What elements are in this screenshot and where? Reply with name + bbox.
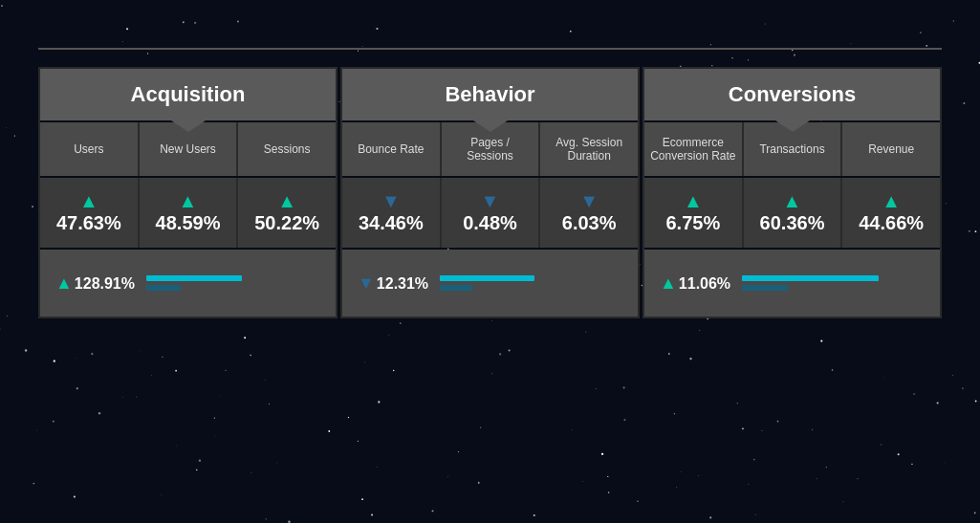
value-pct-conversions-2: 44.66% <box>859 212 924 234</box>
section-behavior: BehaviorBounce RatePages / SessionsAvg. … <box>340 67 640 318</box>
arrow-up-icon: ▲ <box>783 191 802 210</box>
arrow-down-icon: ▼ <box>481 191 500 210</box>
bar-container-conversions <box>742 275 925 291</box>
value-pct-behavior-2: 6.03% <box>562 212 617 234</box>
summary-row-behavior: ▼12.31% <box>342 250 638 316</box>
value-cell-acquisition-1: ▲48.59% <box>140 178 239 248</box>
value-pct-behavior-0: 34.46% <box>359 212 424 234</box>
value-pct-acquisition-0: 47.63% <box>56 212 121 234</box>
value-pct-behavior-1: 0.48% <box>463 212 517 234</box>
values-row-conversions: ▲6.75%▲60.36%▲44.66% <box>644 178 940 248</box>
section-header-acquisition: Acquisition <box>40 69 336 120</box>
bar-container-acquisition <box>146 275 320 291</box>
arrow-up-icon: ▲ <box>882 191 901 210</box>
summary-arrow-down-icon: ▼ <box>358 273 375 294</box>
summary-arrow-up-icon: ▲ <box>660 273 677 294</box>
value-pct-acquisition-1: 48.59% <box>156 212 221 234</box>
value-cell-conversions-2: ▲44.66% <box>842 178 940 248</box>
bar-teal-acquisition <box>146 275 242 281</box>
value-cell-behavior-0: ▼34.46% <box>342 178 442 248</box>
arrow-down-icon: ▼ <box>381 191 401 210</box>
bar-dark-acquisition <box>146 285 181 291</box>
arrow-up-icon: ▲ <box>179 191 198 210</box>
summary-arrow-up-icon: ▲ <box>55 273 73 294</box>
value-cell-conversions-0: ▲6.75% <box>644 178 744 248</box>
bar-dark-behavior <box>440 285 472 291</box>
summary-pct-behavior: ▼12.31% <box>358 273 428 294</box>
bar-dark-conversions <box>742 285 788 291</box>
col-header-acquisition-2: Sessions <box>238 122 336 176</box>
dashboard-grid: AcquisitionUsersNew UsersSessions▲47.63%… <box>38 67 942 318</box>
value-cell-behavior-1: ▼0.48% <box>442 178 541 248</box>
value-cell-behavior-2: ▼6.03% <box>540 178 638 248</box>
summary-row-conversions: ▲11.06% <box>644 250 940 316</box>
summary-pct-acquisition: ▲128.91% <box>55 273 135 294</box>
section-header-conversions: Conversions <box>644 69 940 120</box>
value-pct-conversions-0: 6.75% <box>665 212 720 234</box>
value-cell-acquisition-0: ▲47.63% <box>40 178 140 248</box>
summary-pct-conversions: ▲11.06% <box>660 273 730 294</box>
value-cell-acquisition-2: ▲50.22% <box>238 178 336 248</box>
section-conversions: ConversionsEcommerce Conversion RateTran… <box>642 67 942 318</box>
section-header-behavior: Behavior <box>342 69 638 120</box>
col-header-conversions-0: Ecommerce Conversion Rate <box>644 122 744 176</box>
value-pct-conversions-1: 60.36% <box>760 212 825 234</box>
col-header-behavior-2: Avg. Session Duration <box>540 122 638 176</box>
values-row-behavior: ▼34.46%▼0.48%▼6.03% <box>342 178 638 248</box>
section-acquisition: AcquisitionUsersNew UsersSessions▲47.63%… <box>38 67 338 318</box>
col-header-behavior-0: Bounce Rate <box>342 122 442 176</box>
bar-teal-behavior <box>440 275 534 281</box>
arrow-up-icon: ▲ <box>277 191 296 210</box>
value-pct-acquisition-2: 50.22% <box>254 212 319 234</box>
col-header-conversions-2: Revenue <box>842 122 940 176</box>
arrow-down-icon: ▼ <box>579 191 599 210</box>
values-row-acquisition: ▲47.63%▲48.59%▲50.22% <box>40 178 336 248</box>
value-cell-conversions-1: ▲60.36% <box>744 178 843 248</box>
bar-container-behavior <box>440 275 622 291</box>
col-header-acquisition-0: Users <box>40 122 140 176</box>
summary-row-acquisition: ▲128.91% <box>40 250 336 316</box>
arrow-up-icon: ▲ <box>684 191 703 210</box>
arrow-up-icon: ▲ <box>79 191 98 210</box>
bar-teal-conversions <box>742 275 879 281</box>
